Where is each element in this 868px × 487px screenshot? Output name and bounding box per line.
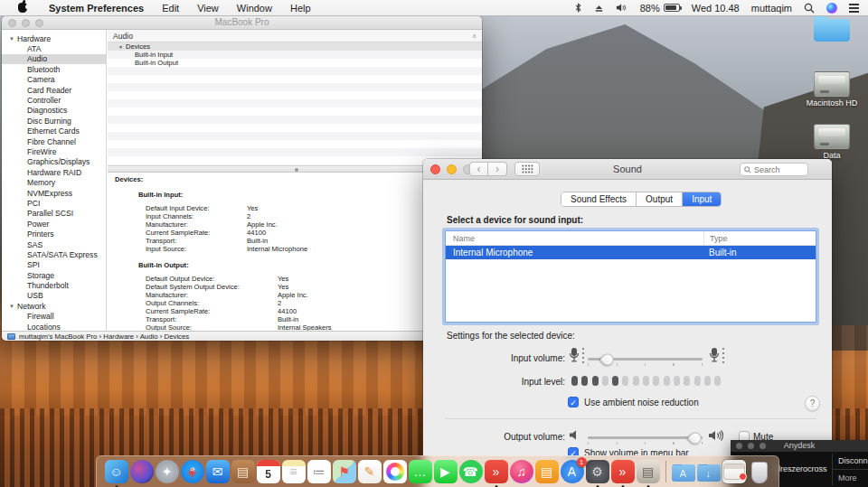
- sidebar-item[interactable]: ▼ Ethernet Cards: [2, 126, 106, 136]
- sidebar-item[interactable]: ▼ Firewall: [2, 312, 106, 322]
- sidebar-item[interactable]: ▼ Disc Burning: [2, 116, 106, 126]
- disclosure-triangle-icon[interactable]: ▼: [9, 36, 14, 42]
- battery-status[interactable]: 88%: [640, 3, 680, 14]
- tree-row[interactable]: ▼ Built-in Input: [108, 51, 482, 59]
- sidebar-item[interactable]: ▼ Network: [2, 301, 106, 311]
- sidebar-item[interactable]: ▼ Locations: [2, 322, 106, 331]
- tab[interactable]: Sound Effects: [561, 192, 637, 206]
- splitter-grip[interactable]: [295, 168, 298, 172]
- volume-icon[interactable]: [616, 3, 628, 13]
- dock-item-system-preferences[interactable]: ⚙: [586, 460, 609, 483]
- sidebar-item[interactable]: ▼ Storage: [2, 270, 106, 280]
- disclosure-triangle-icon[interactable]: ▼: [118, 44, 123, 50]
- dock-item-downloads-folder[interactable]: ↓: [697, 460, 721, 483]
- desktop-icon[interactable]: [805, 16, 859, 42]
- sidebar-item[interactable]: ▼ Audio: [2, 54, 106, 64]
- anydesk-disconnect-button[interactable]: Disconnect: [838, 456, 868, 465]
- dock-item-ibooks[interactable]: ▤: [535, 460, 559, 483]
- anydesk-more-button[interactable]: More: [838, 473, 857, 482]
- sidebar-item[interactable]: ▼ Hardware RAID: [2, 167, 106, 177]
- sidebar-item[interactable]: ▼ NVMExpress: [2, 188, 106, 198]
- menu-item[interactable]: Window: [228, 0, 281, 16]
- dock-item-notes[interactable]: ≡: [282, 460, 306, 483]
- menu-item[interactable]: System Preferences: [40, 0, 153, 16]
- dock-item-mail[interactable]: ✉: [206, 460, 230, 483]
- input-volume-slider[interactable]: [588, 358, 703, 361]
- sidebar-item[interactable]: ▼ Power: [2, 219, 106, 229]
- sidebar-item[interactable]: ▼ PCI: [2, 198, 106, 208]
- dock-item-itunes[interactable]: ♫: [510, 460, 533, 483]
- dock-item-app-store[interactable]: A 1: [561, 460, 584, 483]
- menu-item[interactable]: Help: [281, 0, 320, 16]
- ambient-noise-checkbox[interactable]: [568, 397, 579, 407]
- tree-row[interactable]: ▼ Built-in Output: [108, 59, 482, 67]
- desktop-icon[interactable]: Macintosh HD: [805, 71, 859, 108]
- spotlight-icon[interactable]: [804, 3, 815, 14]
- content-header[interactable]: Audio ∧: [108, 30, 482, 42]
- sidebar-item[interactable]: ▼ Camera: [2, 75, 106, 85]
- anydesk-titlebar[interactable]: Anydesk: [731, 440, 868, 452]
- dock-item-trash[interactable]: [748, 460, 771, 483]
- sound-titlebar[interactable]: ‹ › Sound: [423, 159, 832, 180]
- dock-item-whatsapp[interactable]: ☎: [459, 460, 483, 483]
- dock-item-maps[interactable]: ⚑: [333, 460, 356, 483]
- device-row[interactable]: Internal Microphone Built-in: [446, 246, 816, 259]
- sidebar-item[interactable]: ▼ Thunderbolt: [2, 280, 106, 290]
- column-header-name[interactable]: Name: [446, 234, 703, 243]
- sidebar-item[interactable]: ▼ Graphics/Displays: [2, 157, 106, 167]
- dock-item-reminders[interactable]: ≔: [307, 460, 331, 483]
- dock-item-siri[interactable]: [130, 460, 154, 483]
- dock-item-pages[interactable]: ✎: [358, 460, 382, 483]
- menu-item[interactable]: Edit: [153, 0, 188, 16]
- chevron-up-icon[interactable]: ∧: [472, 33, 476, 40]
- sidebar-item[interactable]: ▼ Hardware: [2, 33, 106, 43]
- tab[interactable]: Output: [637, 192, 683, 206]
- notification-center-icon[interactable]: [849, 4, 859, 5]
- dock-item-anydesk[interactable]: »: [485, 460, 508, 483]
- sidebar-item[interactable]: ▼ Diagnostics: [2, 106, 106, 116]
- disclosure-triangle-icon[interactable]: ▼: [9, 304, 14, 309]
- dock-item-minimized-window[interactable]: [722, 460, 746, 483]
- sysinfo-titlebar[interactable]: MacBook Pro: [2, 16, 482, 30]
- sidebar-item[interactable]: ▼ ATA: [2, 43, 106, 53]
- sidebar-item[interactable]: ▼ SPI: [2, 260, 106, 270]
- sidebar-item[interactable]: ▼ FireWire: [2, 146, 106, 156]
- output-volume-slider[interactable]: [588, 436, 703, 439]
- sidebar-item[interactable]: ▼ Parallel SCSI: [2, 209, 106, 219]
- search-input[interactable]: [754, 165, 801, 174]
- desktop-icon[interactable]: Data: [805, 124, 859, 160]
- dock-item-safari[interactable]: ◈: [181, 460, 204, 483]
- menu-bar-clock[interactable]: Wed 10.48: [692, 3, 740, 14]
- eject-icon[interactable]: [594, 4, 604, 13]
- bluetooth-icon[interactable]: [574, 2, 582, 14]
- tree-row[interactable]: ▼ Devices: [108, 42, 482, 51]
- menu-bar-user[interactable]: muttaqim: [751, 3, 792, 14]
- sidebar-item[interactable]: ▼ Fibre Channel: [2, 136, 106, 146]
- sidebar-item[interactable]: ▼ SATA/SATA Express: [2, 249, 106, 259]
- apple-icon[interactable]: [18, 3, 27, 13]
- column-header-type[interactable]: Type: [703, 231, 816, 245]
- dock-item-printer[interactable]: ▤: [637, 460, 660, 483]
- sidebar-item[interactable]: ▼ Card Reader: [2, 85, 106, 95]
- dock-item-finder[interactable]: ☺: [105, 460, 128, 483]
- sidebar-item[interactable]: ▼ USB: [2, 291, 106, 301]
- sidebar-item[interactable]: ▼ Bluetooth: [2, 64, 106, 74]
- dock-item-messages[interactable]: …: [409, 460, 432, 483]
- sidebar-item[interactable]: ▼ Printers: [2, 229, 106, 239]
- search-field[interactable]: [740, 163, 808, 176]
- siri-icon[interactable]: [826, 3, 837, 14]
- tab[interactable]: Input: [683, 192, 721, 206]
- dock-item-anydesk-2[interactable]: »: [611, 460, 635, 483]
- sidebar-item[interactable]: ▼ Controller: [2, 95, 106, 105]
- dock-item-contacts[interactable]: ▤: [231, 460, 255, 483]
- dock-item-photos[interactable]: [383, 460, 407, 483]
- dock-item-divider[interactable]: [662, 460, 670, 483]
- dock-item-facetime[interactable]: ▶: [434, 460, 458, 483]
- menu-item[interactable]: View: [188, 0, 228, 16]
- dock-item-calendar[interactable]: 5: [257, 460, 280, 483]
- sidebar-item[interactable]: ▼ Memory: [2, 177, 106, 187]
- dock-item-applications-folder[interactable]: A: [672, 460, 695, 483]
- dock-item-launchpad[interactable]: ✦: [156, 460, 179, 483]
- help-button[interactable]: ?: [805, 396, 820, 411]
- sidebar-item[interactable]: ▼ SAS: [2, 239, 106, 249]
